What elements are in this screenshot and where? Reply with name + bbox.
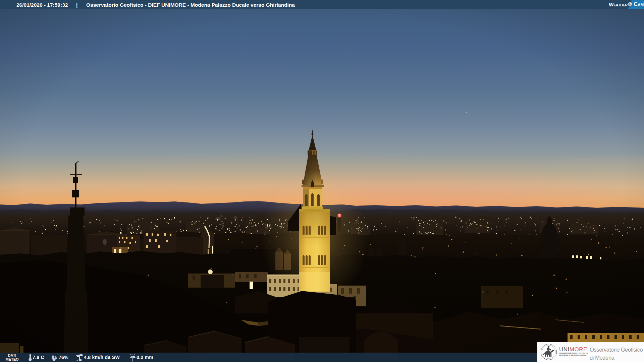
svg-text:1175: 1175 — [547, 358, 550, 359]
